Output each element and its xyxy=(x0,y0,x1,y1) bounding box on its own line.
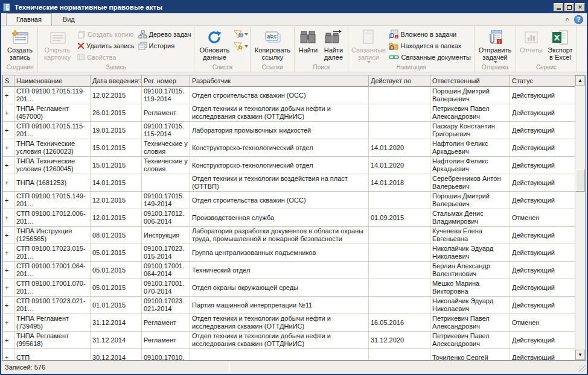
table-row[interactable]: + СТП 09100.17001.064-201… 05.01.2015 09… xyxy=(3,262,575,279)
status-cell: Действующий xyxy=(510,279,575,297)
find-button[interactable]: Найти xyxy=(296,27,320,54)
name-cell: ТНПА Регламент (739495) xyxy=(14,314,91,332)
expand-cell[interactable]: + xyxy=(3,139,14,157)
app-icon xyxy=(3,3,11,11)
find-next-button[interactable]: Найти далее xyxy=(320,27,347,61)
filter-settings-button[interactable] xyxy=(233,42,249,51)
tab-vid[interactable]: Вид xyxy=(53,14,85,25)
table-row[interactable]: + СТП 09100.17023.021-201… 01.01.2015 09… xyxy=(3,297,575,314)
date-cell: 01.01.2015 xyxy=(91,297,142,314)
table-row[interactable]: + СТП 09100.17015.115-201… 19.01.2015 09… xyxy=(3,122,575,139)
scroll-down-icon[interactable]: ▼ xyxy=(575,350,585,360)
table-row[interactable]: + СТП 09100.17001.070-201… 05.01.2015 09… xyxy=(3,279,575,297)
expand-cell[interactable]: + xyxy=(3,227,14,244)
expand-cell[interactable]: + xyxy=(3,157,14,174)
scrollbar-thumb[interactable] xyxy=(575,169,585,192)
cell-text: Действующий xyxy=(512,336,555,344)
resize-grip[interactable] xyxy=(579,365,586,373)
cell-text: ТНПА (1681253) xyxy=(16,179,66,187)
table-row[interactable]: + ТНПА Инструкция (1256565) 08.01.2015 И… xyxy=(3,227,575,244)
related-records-button[interactable]: Связанные записи xyxy=(350,27,387,63)
create-copy-button[interactable]: Создать копию xyxy=(75,28,136,40)
expand-cell[interactable]: + xyxy=(3,209,14,227)
expand-cell[interactable]: + xyxy=(3,297,14,314)
name-cell: СТП 09100.17015.119-201… xyxy=(14,87,91,104)
table-row[interactable]: + СТП 09100.17015.149-201… 12.01.2015 09… xyxy=(3,192,575,209)
date-cell: 15.01.2015 xyxy=(91,157,142,174)
cell-text: + xyxy=(5,249,8,257)
expand-cell[interactable]: + xyxy=(3,104,14,122)
expand-cell[interactable]: + xyxy=(3,332,14,349)
table-row[interactable]: + ТНПА Регламент (739495) 31.12.2014 Рег… xyxy=(3,314,575,332)
table-row[interactable]: + ТНПА Технические условия (1260045) 15.… xyxy=(3,157,575,174)
valid-until-cell: 16.05.2016 xyxy=(369,314,430,332)
column-header-developer[interactable]: Разработчик xyxy=(190,75,369,87)
records-count: Записей: 576 xyxy=(5,364,45,371)
vertical-scrollbar[interactable]: ▲ ▼ xyxy=(575,75,585,360)
cell-text: Паскару Константин Григорьевич xyxy=(432,122,508,138)
scroll-up-icon[interactable]: ▲ xyxy=(575,75,585,86)
expand-cell[interactable]: + xyxy=(3,314,14,332)
responsible-cell: Серебренников Антон Валерьевич xyxy=(430,174,510,192)
title-bar: Технические нормативные правовые акты ✕ xyxy=(1,1,587,13)
task-tree-button[interactable]: Дерево задач xyxy=(136,28,193,40)
date-cell: 05.01.2015 xyxy=(91,279,142,297)
table-row[interactable]: + ТНПА (1681253) 14.01.2015 Отдел техник… xyxy=(3,174,575,192)
create-record-button[interactable]: Создать запись xyxy=(4,27,36,61)
valid-until-cell xyxy=(369,297,430,314)
expand-cell[interactable]: + xyxy=(3,87,14,104)
table-row[interactable]: + ТНПА Технические условия (1260023) 15.… xyxy=(3,139,575,157)
status-cell: Действующий xyxy=(510,139,575,157)
copy-link-button[interactable]: abc Копировать ссылку xyxy=(252,27,293,61)
expand-cell[interactable]: + xyxy=(3,244,14,262)
table-row[interactable]: + СТП 30.12.2014 09100.17010. Точиленко … xyxy=(3,349,575,360)
cell-text: СТП 09100.17023.021-201… xyxy=(16,297,88,313)
in-tasks-button[interactable]: 1 Вложено в задачи xyxy=(387,28,473,40)
column-header-date[interactable]: Дата введения ▽ xyxy=(91,75,142,87)
column-header-expand[interactable]: S xyxy=(3,75,14,87)
table-row[interactable]: + СТП 09100.17015.119-201… 12.02.2015 09… xyxy=(3,87,575,104)
export-excel-button[interactable]: X Экспорт в Excel xyxy=(545,27,575,61)
cell-text: 09100.17015.115-2014 xyxy=(144,122,188,138)
refresh-data-button[interactable]: Обновить данные xyxy=(196,27,233,61)
column-header-valid-until[interactable]: Действует по xyxy=(369,75,430,87)
collapse-ribbon-icon[interactable]: ^ xyxy=(566,17,569,23)
in-folders-button[interactable]: Находится в папках xyxy=(387,40,473,51)
cell-text: Петрикевич Павел Александрович xyxy=(432,332,508,348)
cell-text: Порошин Дмитрий Валерьевич xyxy=(432,192,508,208)
table-row[interactable]: + ТНПА Регламент (995618) 31.12.2014 Рег… xyxy=(3,332,575,349)
status-cell: Действующий xyxy=(510,87,575,104)
help-icon[interactable]: ? xyxy=(574,15,583,24)
column-header-name[interactable]: Наименование xyxy=(14,75,91,87)
expand-cell[interactable]: + xyxy=(3,262,14,279)
table-row[interactable]: + ТНПА Регламент (457000) 26.01.2015 Рег… xyxy=(3,104,575,122)
ribbon-tabs: Главная Вид ^ ? xyxy=(1,13,587,26)
expand-cell[interactable]: + xyxy=(3,192,14,209)
maximize-button[interactable] xyxy=(564,3,574,11)
refresh-data-label: Обновить данные xyxy=(197,46,231,61)
column-header-status[interactable]: Статус xyxy=(510,75,575,87)
cell-text: СТП 09100.17015.149-201… xyxy=(16,192,88,208)
open-card-button[interactable]: Открыть карточку xyxy=(39,27,75,61)
close-button[interactable]: ✕ xyxy=(575,3,585,11)
table-row[interactable]: + СТП 09100.17023.015-201… 05.01.2015 09… xyxy=(3,244,575,262)
send-task-button[interactable]: 1 Отправить задачей xyxy=(476,27,514,63)
expand-cell[interactable]: + xyxy=(3,122,14,139)
history-button[interactable]: История xyxy=(136,40,193,51)
minimize-button[interactable] xyxy=(554,3,563,11)
related-documents-button[interactable]: Связанные документы xyxy=(387,51,473,63)
cell-text: Группа централизованных подъемников xyxy=(192,249,316,257)
properties-button[interactable]: Свойства xyxy=(75,51,136,63)
filter-list-button[interactable] xyxy=(233,30,249,39)
table-row[interactable]: + СТП 09100.17012.006-201… 12.01.2015 09… xyxy=(3,209,575,227)
delete-record-button[interactable]: Удалить запись xyxy=(75,40,136,51)
column-header-responsible[interactable]: Ответственный xyxy=(430,75,510,87)
cell-text: Регламент xyxy=(144,336,176,344)
tab-glavnaya[interactable]: Главная xyxy=(6,13,52,25)
column-header-reg[interactable]: Рег. номер xyxy=(142,75,190,87)
valid-until-cell xyxy=(369,104,430,122)
expand-cell[interactable]: + xyxy=(3,349,14,360)
expand-cell[interactable]: + xyxy=(3,174,14,192)
expand-cell[interactable]: + xyxy=(3,279,14,297)
reports-button[interactable]: Отчеты xyxy=(517,27,545,54)
